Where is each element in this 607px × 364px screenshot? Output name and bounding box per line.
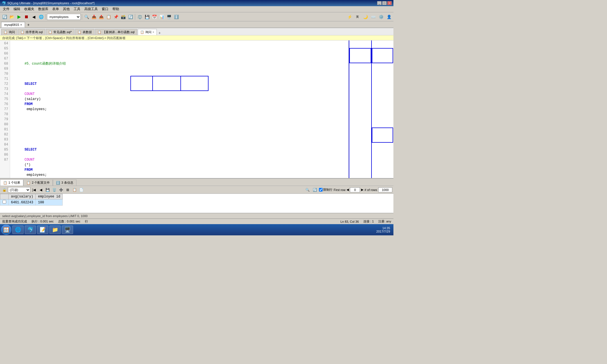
start-button[interactable]: 🪟: [1, 225, 11, 235]
rows-input[interactable]: 1000: [378, 187, 392, 192]
add-conn-btn[interactable]: +: [25, 22, 32, 28]
nav-next-btn[interactable]: ▶: [361, 188, 363, 192]
forward-btn[interactable]: 🌐: [38, 13, 44, 20]
taskbar-app-2[interactable]: 🐬: [25, 226, 36, 234]
result-lock-btn[interactable]: 🔒: [1, 187, 7, 193]
copy-btn[interactable]: 📋: [105, 13, 112, 20]
maximize-button[interactable]: □: [382, 1, 387, 5]
result-data-table: avg(salary) employee id 6461.682243 100: [0, 194, 63, 206]
open-btn[interactable]: 📂: [8, 13, 15, 20]
export-btn[interactable]: 📤: [98, 13, 105, 20]
result-grid-btn[interactable]: ⊞: [65, 187, 71, 193]
qtab-5[interactable]: 📋 询问 ×: [138, 29, 157, 35]
table-row[interactable]: 6461.682243 100: [0, 199, 63, 206]
result-panel: 📋 1 个结果 📋 2 个配置文件 ℹ️ 3 条信息 🔒 (只读) |◀ ◀ 💾…: [0, 178, 393, 213]
menu-window[interactable]: 窗口: [100, 6, 110, 12]
lang-btn[interactable]: 英: [354, 13, 361, 20]
database-selector[interactable]: myemployees: [47, 14, 81, 20]
power-btn[interactable]: ⚡: [346, 13, 353, 20]
result-text-btn[interactable]: 📄: [78, 187, 84, 193]
limit-checkbox[interactable]: [319, 188, 323, 192]
user-btn[interactable]: 👤: [386, 13, 392, 20]
query-text: select avg(salary),employee_id from empl…: [2, 214, 88, 218]
qtab-2[interactable]: 📋 常见函数.sql*: [46, 29, 74, 35]
stop-btn[interactable]: ⏹: [23, 13, 30, 20]
mid-right-rect: [372, 48, 393, 63]
code-editor[interactable]: #5、count函数的详细介绍 SELECT COUNT (salary) FR…: [10, 40, 348, 178]
conn-tab-close[interactable]: ×: [20, 23, 22, 26]
query-statusbar: select avg(salary),employee_id from empl…: [0, 213, 393, 219]
close-button[interactable]: ×: [387, 1, 392, 5]
taskbar-app-4[interactable]: 📁: [49, 226, 61, 234]
sync-btn[interactable]: 🔄: [127, 13, 134, 20]
result-tab-0[interactable]: 📋 1 个结果: [0, 179, 23, 186]
execute-btn[interactable]: ▶: [16, 13, 22, 20]
result-tab-2[interactable]: ℹ️ 3 条信息: [53, 179, 76, 186]
result-delete-btn[interactable]: 🗑️: [51, 187, 57, 193]
result-form-btn[interactable]: 📋: [71, 187, 78, 193]
clock-time: 14:35: [376, 226, 390, 230]
import-btn[interactable]: 📥: [90, 13, 97, 20]
settings-btn[interactable]: ⚙️: [378, 13, 384, 20]
compare-btn[interactable]: ⚖️: [136, 13, 143, 20]
reload-btn[interactable]: 🔄: [312, 187, 318, 193]
minimize-button[interactable]: _: [377, 1, 382, 5]
qtab-3[interactable]: 📋 表数据: [75, 29, 94, 35]
filter-btn[interactable]: 🔍: [304, 187, 311, 193]
nav-prev-btn[interactable]: ◀: [346, 188, 349, 192]
result-mode-select[interactable]: (只读): [8, 187, 30, 193]
paste-btn[interactable]: 📌: [112, 13, 119, 20]
taskbar-app-3[interactable]: 📝: [37, 226, 48, 234]
row-select-checkbox[interactable]: [3, 200, 6, 204]
report-btn[interactable]: 📊: [158, 13, 165, 20]
first-row-input[interactable]: 0: [350, 187, 360, 192]
rows-label: # of rows: [364, 188, 377, 192]
result-add-row-btn[interactable]: ➕: [58, 187, 64, 193]
ssh-btn[interactable]: 🖥️: [166, 13, 172, 20]
back-btn[interactable]: ◀: [30, 13, 37, 20]
title-buttons: _ □ ×: [377, 1, 392, 5]
add-tab-btn[interactable]: +: [157, 31, 162, 35]
menu-database[interactable]: 数据库: [37, 6, 50, 12]
row-checkbox-cell[interactable]: [0, 199, 9, 206]
qtab-label-2: 常见函数.sql*: [53, 30, 72, 34]
keyboard-btn[interactable]: ⌨️: [370, 13, 377, 20]
menu-tools[interactable]: 工具: [72, 6, 82, 12]
search-btn[interactable]: 🔍: [83, 13, 90, 20]
menu-table[interactable]: 表单: [51, 6, 61, 12]
taskbar-app-1[interactable]: 🌐: [12, 226, 24, 234]
result-refresh-btn[interactable]: 💾: [44, 187, 51, 193]
backup-btn[interactable]: 💾: [144, 13, 150, 20]
qtab-4[interactable]: 📋 【案例讲...单行函数.sql: [95, 29, 137, 35]
result-first-btn[interactable]: |◀: [31, 187, 37, 193]
conn-tab-label: mysql0815: [4, 23, 19, 26]
info-btn[interactable]: ℹ️: [173, 13, 180, 20]
connection-info: 连接 : 1: [363, 219, 374, 224]
result-tabs-bar: 📋 1 个结果 📋 2 个配置文件 ℹ️ 3 条信息: [0, 179, 393, 186]
qtab-1[interactable]: 📋 排序查询.sql: [18, 29, 45, 35]
moon-btn[interactable]: 🌙: [362, 13, 369, 20]
code-line-65: [12, 46, 346, 51]
code-line-68: [12, 71, 346, 76]
new-connection-btn[interactable]: 🔄: [1, 13, 8, 20]
conn-tab-mysql0815[interactable]: mysql0815 ×: [1, 22, 25, 28]
qtab-icon-1: 📋: [21, 30, 24, 34]
menu-help[interactable]: 帮助: [111, 6, 121, 12]
menu-advanced[interactable]: 高级工具: [83, 6, 99, 12]
row-count: 行: [85, 219, 88, 224]
main-toolbar: 🔄 📂 ▶ ⏹ ◀ 🌐 myemployees 🔍 📥 📤 📋 📌 🗃️ 🔄 ⚖…: [0, 12, 393, 21]
schedule-btn[interactable]: 📅: [151, 13, 158, 20]
batch-status: 批量查询成功完成: [2, 219, 27, 224]
result-prev-btn[interactable]: ◀: [38, 187, 44, 193]
menu-favorites[interactable]: 收藏夹: [22, 6, 36, 12]
qtab-close-5[interactable]: ×: [153, 31, 154, 34]
menu-file[interactable]: 文件: [1, 6, 11, 12]
schema-btn[interactable]: 🗃️: [120, 13, 126, 20]
qtab-icon-3: 📋: [78, 30, 81, 34]
result-tab-1[interactable]: 📋 2 个配置文件: [23, 179, 53, 186]
taskbar-app-5[interactable]: 🖥️: [62, 226, 73, 234]
limit-rows-label: 限制行: [319, 188, 332, 192]
menu-other[interactable]: 其他: [61, 6, 71, 12]
menu-edit[interactable]: 编辑: [12, 6, 22, 12]
qtab-0[interactable]: 📋 询问: [1, 29, 17, 35]
